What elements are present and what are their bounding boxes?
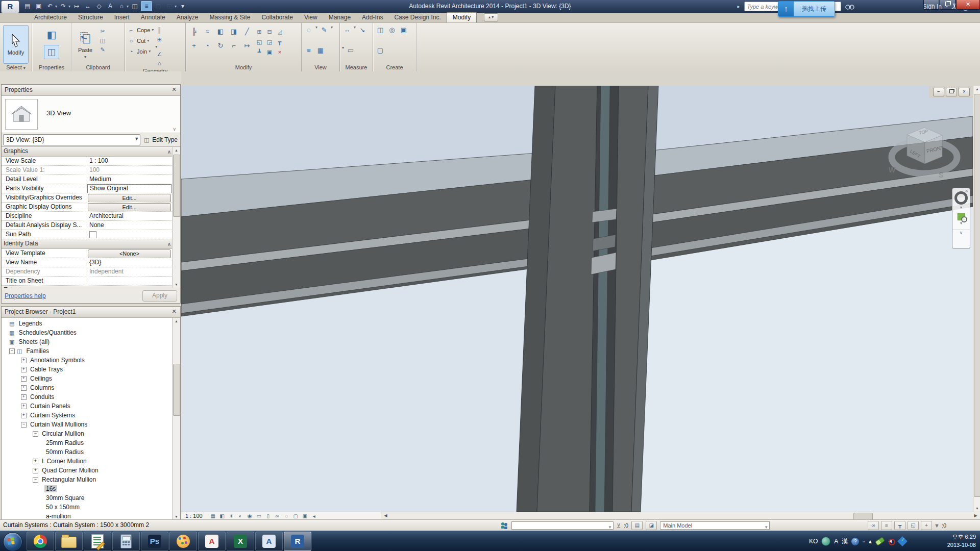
crop-view-icon[interactable]: ▭: [255, 513, 263, 519]
panel-label-modify[interactable]: Modify: [186, 64, 301, 71]
wall-joins-icon[interactable]: ⊞: [155, 35, 163, 43]
mirror-pick-icon[interactable]: ◨: [229, 27, 239, 37]
expand-icon[interactable]: +: [21, 385, 27, 391]
tab-insert[interactable]: Insert: [109, 13, 135, 22]
save-icon[interactable]: ▣: [34, 2, 44, 11]
properties-palette-icon[interactable]: ◧: [44, 27, 59, 42]
copy-icon[interactable]: ◔: [202, 41, 212, 51]
displace-elements-icon[interactable]: ▦: [315, 45, 326, 56]
project-browser-close-icon[interactable]: ✕: [170, 308, 178, 315]
collapse-icon[interactable]: −: [21, 422, 27, 428]
type-selector-dropdown-icon[interactable]: ▼: [134, 136, 139, 141]
wall-joins-dropdown-icon[interactable]: ▾: [155, 44, 163, 49]
preview-expand-icon[interactable]: ∨: [173, 127, 176, 132]
tree-item-annotation-symbols[interactable]: +Annotation Symbols: [2, 356, 180, 365]
panel-label-clipboard[interactable]: Clipboard: [71, 64, 125, 71]
tree-item-50-x-150mm[interactable]: 50 x 150mm: [2, 503, 180, 512]
move-icon[interactable]: +: [189, 41, 199, 51]
undo-icon[interactable]: ↶: [45, 2, 55, 11]
ime-korean-icon[interactable]: KO: [809, 538, 818, 545]
cut-geometry-dropdown-icon[interactable]: ▾: [147, 38, 149, 43]
tag-icon[interactable]: ◇: [94, 2, 104, 11]
property-button-edit-[interactable]: Edit...: [88, 194, 171, 202]
property-button--none-[interactable]: <None>: [88, 249, 171, 258]
properties-toggle-icon[interactable]: ◫: [44, 45, 59, 59]
select-elements-by-face-icon[interactable]: ◱: [908, 521, 919, 530]
tree-item-16s[interactable]: 16s: [2, 484, 180, 493]
restore-button[interactable]: [940, 0, 955, 10]
application-menu-button[interactable]: R: [1, 1, 19, 13]
infocenter-collapse-icon[interactable]: ▸: [738, 4, 740, 9]
view-scale-button[interactable]: 1 : 100: [185, 513, 203, 519]
tree-item-families[interactable]: −◫Families: [2, 346, 180, 356]
expand-icon[interactable]: +: [33, 459, 38, 464]
property-combo[interactable]: Show Original: [87, 184, 172, 193]
scroll-up-icon[interactable]: ▲: [173, 147, 180, 154]
create-group-icon[interactable]: ▣: [399, 25, 409, 35]
scroll-thumb[interactable]: [173, 364, 180, 416]
minimize-button[interactable]: —: [923, 0, 939, 10]
ribbon-state-toggle[interactable]: ▴ ▾: [484, 13, 498, 21]
section-collapse-icon[interactable]: ∧: [167, 286, 171, 288]
tree-item-schedules-quantities[interactable]: ▦Schedules/Quantities: [2, 328, 180, 337]
expand-icon[interactable]: +: [21, 376, 27, 382]
tree-item-50mm-radius[interactable]: 50mm Radius: [2, 447, 180, 457]
taskbar-app-adobe-reader[interactable]: A: [198, 532, 226, 551]
taskbar-app-chrome[interactable]: [27, 532, 54, 551]
displaced-elements-icon[interactable]: ▣: [301, 513, 309, 519]
tab-collaborate[interactable]: Collaborate: [256, 13, 299, 22]
tree-item-ceilings[interactable]: +Ceilings: [2, 374, 180, 383]
tree-item-cable-trays[interactable]: +Cable Trays: [2, 365, 180, 374]
property-value[interactable]: [86, 277, 180, 285]
detail-level-icon[interactable]: ▦: [209, 513, 217, 519]
section-extents[interactable]: Extents∧: [2, 286, 180, 288]
search-binoculars-icon[interactable]: [845, 3, 854, 10]
taskbar-app-photoshop[interactable]: Ps: [141, 532, 168, 551]
section-identity-data[interactable]: Identity Data∧: [2, 239, 180, 249]
dropbox-icon[interactable]: [897, 536, 908, 546]
tray-help-icon[interactable]: ?: [851, 538, 859, 545]
measure-along-element-dropdown-icon[interactable]: ▾: [342, 45, 344, 50]
type-preview-image[interactable]: [5, 99, 38, 130]
tab-annotate[interactable]: Annotate: [135, 13, 171, 22]
edit-wall-joins-icon[interactable]: ▣: [265, 48, 274, 56]
property-value[interactable]: Independent: [86, 267, 180, 276]
panel-label-select[interactable]: Select ▾: [0, 64, 32, 71]
tab-structure[interactable]: Structure: [72, 13, 109, 22]
property-button-edit-[interactable]: Edit...: [88, 203, 171, 211]
tree-item-30mm-square[interactable]: 30mm Square: [2, 493, 180, 503]
selection-filter-icon[interactable]: ▼: [934, 522, 940, 529]
pin-icon[interactable]: ┳: [276, 38, 284, 46]
mirror-axis-icon[interactable]: ◧: [215, 27, 226, 37]
hide-elements-dropdown-icon[interactable]: ▾: [315, 25, 317, 30]
taskbar-app-autocad[interactable]: A: [255, 532, 283, 551]
ime-globe-icon[interactable]: [821, 537, 830, 546]
trim-extend-corner-icon[interactable]: ⌐: [229, 41, 239, 51]
compass-west-label[interactable]: W: [889, 166, 896, 174]
panel-label-view[interactable]: View: [302, 64, 339, 71]
section-collapse-icon[interactable]: ∧: [167, 147, 171, 156]
redo-dropdown-icon[interactable]: ▾: [68, 4, 70, 9]
create-assembly-icon[interactable]: ◎: [387, 25, 397, 35]
dimension-icon[interactable]: ▭: [346, 45, 356, 56]
join-geometry-dropdown-icon[interactable]: ▾: [149, 49, 151, 54]
ime-hanja-icon[interactable]: 漢: [842, 537, 848, 546]
paste-button[interactable]: ⎗ Paste ▾: [74, 25, 97, 64]
scroll-up-icon[interactable]: ▲: [974, 86, 980, 92]
project-browser-header[interactable]: Project Browser - Project1 ✕: [2, 307, 180, 318]
select-underlay-elements-icon[interactable]: ≡: [881, 521, 892, 530]
hidden-icons-icon[interactable]: ▴: [869, 538, 872, 545]
tray-restore-icon[interactable]: ▫: [863, 538, 865, 545]
worksharing-display-icon[interactable]: ▤: [631, 521, 643, 530]
navbar-close-icon[interactable]: ✕: [965, 189, 968, 193]
property-value[interactable]: Medium: [86, 175, 180, 184]
panel-label-measure[interactable]: Measure: [340, 64, 373, 71]
open-icon[interactable]: ▤: [22, 2, 33, 11]
temporary-hide-isolate-icon[interactable]: ∞: [274, 513, 281, 519]
property-value[interactable]: Architectural: [86, 212, 180, 220]
paste-dropdown-icon[interactable]: ▾: [84, 55, 86, 59]
linework-icon[interactable]: ≡: [304, 45, 314, 56]
tree-item-rectangular-mullion[interactable]: −Rectangular Mullion: [2, 475, 180, 484]
zoom-tool-icon[interactable]: [958, 213, 965, 220]
property-value[interactable]: 1 : 100: [86, 157, 180, 165]
